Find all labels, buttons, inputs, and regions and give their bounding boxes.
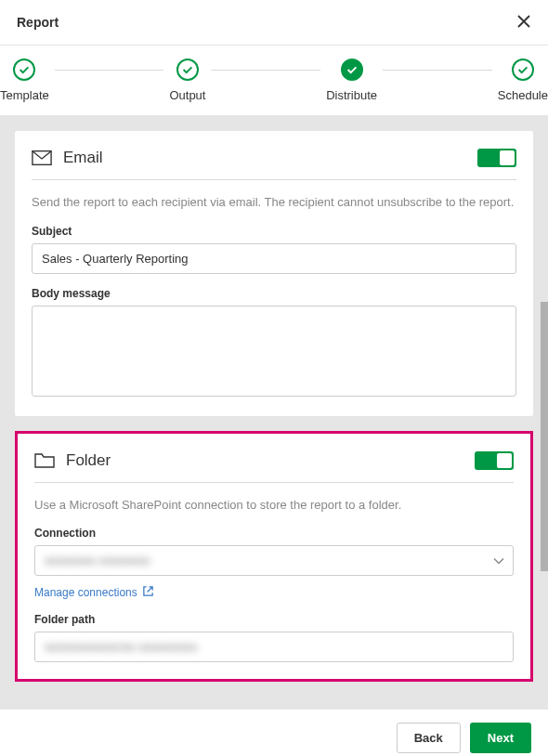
email-toggle[interactable] xyxy=(477,149,516,167)
step-divider xyxy=(383,70,492,71)
dialog-footer: Back Next xyxy=(0,710,548,756)
step-output[interactable]: Output xyxy=(169,59,205,102)
connection-select[interactable]: ●●●●●●● ●●●●●●● xyxy=(34,545,514,576)
folder-icon xyxy=(34,450,55,471)
close-icon[interactable] xyxy=(516,13,531,32)
subject-label: Subject xyxy=(32,225,516,238)
stepper: Template Output Distribute Schedule xyxy=(0,45,548,116)
content-area: Email Send the report to each recipient … xyxy=(0,116,548,710)
folder-path-input[interactable]: ●●●●●●●●●●/●● ●●●●●●●● xyxy=(34,632,514,662)
step-divider xyxy=(55,70,164,71)
email-icon xyxy=(32,148,52,168)
folder-path-label: Folder path xyxy=(34,613,514,626)
dialog-header: Report xyxy=(0,0,548,45)
step-schedule[interactable]: Schedule xyxy=(498,59,548,102)
back-button[interactable]: Back xyxy=(397,723,461,753)
email-description: Send the report to each recipient via em… xyxy=(32,193,516,212)
folder-card: Folder Use a Microsoft SharePoint connec… xyxy=(18,434,530,680)
email-card: Email Send the report to each recipient … xyxy=(15,131,533,416)
body-label: Body message xyxy=(32,287,516,300)
subject-input[interactable] xyxy=(32,243,516,274)
step-distribute[interactable]: Distribute xyxy=(326,59,377,102)
connection-label: Connection xyxy=(34,527,514,540)
email-title: Email xyxy=(63,149,103,167)
next-button[interactable]: Next xyxy=(470,723,531,753)
manage-connections-link[interactable]: Manage connections xyxy=(34,585,154,600)
external-link-icon xyxy=(142,585,154,600)
folder-description: Use a Microsoft SharePoint connection to… xyxy=(34,496,514,515)
folder-highlight: Folder Use a Microsoft SharePoint connec… xyxy=(15,431,533,683)
step-divider xyxy=(211,70,320,71)
body-textarea[interactable] xyxy=(32,306,516,397)
folder-toggle[interactable] xyxy=(475,451,514,470)
folder-title: Folder xyxy=(66,451,111,470)
scrollbar[interactable] xyxy=(539,116,548,710)
step-template[interactable]: Template xyxy=(0,59,49,102)
dialog-title: Report xyxy=(17,15,59,30)
